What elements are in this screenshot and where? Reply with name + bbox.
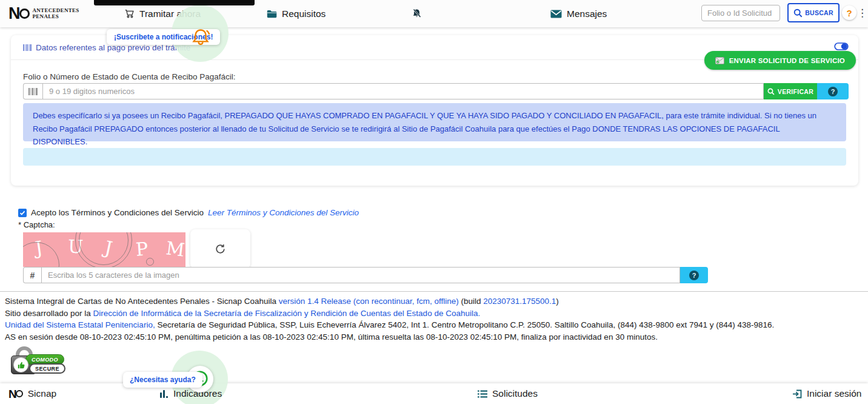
captcha-noise-circle	[146, 258, 154, 266]
terms-row: Acepto los Términos y Condiciones del Se…	[18, 208, 359, 217]
help-tooltip-label: ¿Necesitas ayuda?	[130, 375, 196, 384]
captcha-refresh-button[interactable]	[190, 229, 250, 269]
bar-chart-icon	[159, 389, 169, 399]
captcha-input-group: # ?	[23, 267, 708, 283]
logo-letter-n: N	[8, 5, 19, 22]
folder-icon	[267, 10, 277, 18]
captcha-input[interactable]	[41, 267, 680, 283]
refresh-icon	[215, 243, 226, 255]
folio-help-button[interactable]: ?	[817, 83, 849, 99]
folio-input-group: VERIFICAR ?	[23, 83, 849, 99]
visibility-toggle-icon[interactable]	[834, 42, 849, 51]
question-mark-icon: ?	[846, 8, 852, 18]
empty-info-bar	[23, 148, 846, 166]
logo-letter-n: N	[8, 388, 16, 400]
payment-info-text: Debes especifícarlo si ya posees un Reci…	[33, 111, 816, 146]
nav-requisitos-label: Requisitos	[282, 8, 326, 19]
logo-letter-o	[19, 8, 30, 19]
question-mark-icon: ?	[828, 87, 838, 96]
captcha-image: J U J P M	[23, 232, 185, 267]
envelope-icon	[550, 10, 562, 18]
unidad-penitenciario-link[interactable]: Unidad del Sistema Estatal Penitenciario…	[5, 320, 155, 329]
search-icon-white	[767, 88, 775, 95]
footer-build-prefix: (build	[459, 297, 484, 306]
barcode-prefix-icon	[23, 83, 42, 99]
help-tooltip[interactable]: ¿Necesitas ayuda?	[123, 372, 202, 388]
no-logo-mark: N	[8, 5, 30, 22]
nav-requisitos[interactable]: Requisitos	[267, 0, 326, 27]
footer-divider	[0, 291, 868, 292]
no-logo-mark-small: N	[8, 388, 23, 400]
list-icon	[478, 390, 487, 398]
footer-text-block: Sistema Integral de Cartas de No Anteced…	[5, 295, 866, 343]
bottom-sicnap[interactable]: N Sicnap	[8, 383, 56, 404]
terms-link[interactable]: Leer Términos y Condiciones del Servicio	[208, 208, 359, 217]
footer-line-2: Sitio desarrollado por la Dirección de I…	[5, 308, 866, 320]
enviar-solicitud-button[interactable]: ENVIAR SOLICITUD DE SERVICIO	[704, 51, 856, 70]
build-link[interactable]: 20230731.175500.1	[483, 297, 556, 306]
buscar-label: BUSCAR	[805, 9, 833, 16]
captcha-char: M	[165, 237, 185, 260]
captcha-char: P	[135, 238, 149, 260]
send-envelope-icon	[715, 57, 724, 64]
direccion-informatica-link[interactable]: Dirección de Informática de la Secretarí…	[93, 309, 481, 318]
nav-mensajes[interactable]: Mensajes	[550, 0, 607, 27]
bottom-solicitudes-label: Solicitudes	[492, 388, 538, 399]
enviar-solicitud-label: ENVIAR SOLICITUD DE SERVICIO	[729, 57, 845, 64]
search-input[interactable]	[701, 5, 780, 21]
footer-build-suffix: )	[556, 297, 559, 306]
verificar-label: VERIFICAR	[778, 88, 813, 95]
folio-label: Folio o Número de Estado de Cuenta de Re…	[23, 72, 235, 81]
logo-letter-o	[16, 390, 23, 397]
notifications-off-button[interactable]	[411, 0, 422, 27]
kebab-menu-icon[interactable]: ⋮	[857, 8, 867, 18]
question-mark-icon: ?	[689, 271, 699, 280]
logo-text: ANTECEDENTES PENALES	[33, 8, 79, 19]
captcha-label: * Captcha:	[18, 220, 55, 229]
cart-icon	[124, 8, 135, 19]
barcode-icon	[23, 44, 32, 51]
payment-info-box: Debes especifícarlo si ya posees un Reci…	[23, 103, 846, 141]
page: N ANTECEDENTES PENALES Tramitar ahora	[0, 0, 868, 404]
top-dark-strip	[94, 0, 255, 5]
bottom-solicitudes[interactable]: Solicitudes	[478, 383, 538, 404]
bottom-sicnap-label: Sicnap	[28, 388, 56, 399]
login-icon	[792, 389, 802, 399]
bottom-iniciar-sesion[interactable]: Iniciar sesión	[792, 383, 861, 404]
version-link[interactable]: versión 1.4 Release (con recontinuar, fc…	[279, 297, 459, 306]
footer-system-name: Sistema Integral de Cartas de No Anteced…	[5, 297, 279, 306]
footer-developed-by: Sitio desarrollado por la	[5, 309, 93, 318]
app-logo[interactable]: N ANTECEDENTES PENALES	[8, 0, 79, 27]
terms-accept-label: Acepto los Términos y Condiciones del Se…	[31, 208, 204, 217]
folio-input[interactable]	[42, 83, 764, 99]
captcha-help-button[interactable]: ?	[680, 267, 708, 283]
help-button[interactable]: ?	[842, 5, 856, 20]
verificar-button[interactable]: VERIFICAR	[764, 83, 817, 99]
bell-ringing-icon[interactable]	[189, 25, 213, 52]
buscar-button[interactable]: BUSCAR	[787, 3, 840, 22]
thumbs-up-icon	[13, 357, 28, 372]
logo-line2: PENALES	[33, 14, 79, 20]
nav-mensajes-label: Mensajes	[567, 8, 607, 19]
bottom-iniciar-label: Iniciar sesión	[807, 388, 861, 399]
bell-off-icon	[411, 8, 422, 19]
footer-line-3: Unidad del Sistema Estatal Penitenciario…	[5, 319, 866, 331]
comodo-secure-badge[interactable]: COMODO SECURE	[6, 346, 55, 375]
hash-icon: #	[23, 267, 41, 283]
footer-address: Secretaría de Seguridad Pública, SSP, Lu…	[155, 320, 775, 329]
payment-data-card: Datos referentes al pago previo del trám…	[11, 35, 858, 186]
secure-label: SECURE	[29, 363, 65, 374]
footer-line-4: AS en sesión desde 08-10-2023 02:45:10 P…	[5, 331, 866, 343]
footer-line-1: Sistema Integral de Cartas de No Anteced…	[5, 295, 866, 308]
terms-checkbox[interactable]	[18, 209, 27, 217]
captcha-noise-circle	[23, 242, 59, 267]
session-info: AS en sesión desde 08-10-2023 02:45:10 P…	[5, 332, 658, 342]
search-icon	[793, 8, 803, 18]
